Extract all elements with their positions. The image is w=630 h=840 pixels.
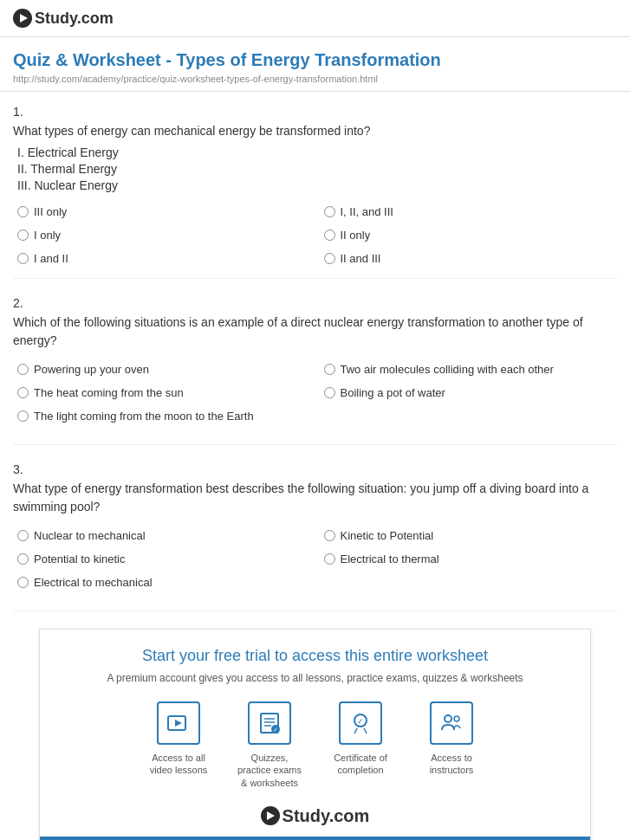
q1-option-e[interactable]: I and II xyxy=(17,252,307,265)
q3-options-grid: Nuclear to mechanical Kinetic to Potenti… xyxy=(13,529,617,565)
q3-label-c: Potential to kinetic xyxy=(34,552,126,565)
logo-text: Study.com xyxy=(35,10,114,28)
q2-options-grid: Powering up your oven Two air molecules … xyxy=(13,363,617,399)
trial-icon-certificate: ✓ xyxy=(339,701,382,745)
trial-icon-quiz: ✓ xyxy=(248,701,291,745)
q1-label-b: I, II, and III xyxy=(341,205,393,218)
q3-label-b: Kinetic to Potential xyxy=(341,529,434,542)
q3-option-c[interactable]: Potential to kinetic xyxy=(17,552,307,565)
site-logo: Study.com xyxy=(13,9,114,28)
q2-radio-b[interactable] xyxy=(324,364,335,375)
trial-box: Start your free trial to access this ent… xyxy=(39,629,591,840)
trial-feature-4: Access to instructors xyxy=(417,701,486,789)
q1-radio-d[interactable] xyxy=(324,229,335,241)
q3-radio-a[interactable] xyxy=(17,530,29,541)
q1-label-c: I only xyxy=(34,229,61,242)
trial-icon-video xyxy=(157,701,200,745)
q3-option-b[interactable]: Kinetic to Potential xyxy=(324,529,614,542)
q1-text: What types of energy can mechanical ener… xyxy=(13,122,617,140)
trial-banner: This worksheet is part of an online cour… xyxy=(40,837,590,840)
q2-option-e[interactable]: The light coming from the moon to the Ea… xyxy=(17,410,613,423)
q1-radio-a[interactable] xyxy=(17,206,29,217)
q1-sub-2: II. Thermal Energy xyxy=(13,162,617,176)
trial-logo-icon xyxy=(261,806,280,825)
svg-line-10 xyxy=(354,728,357,733)
content-area: 1. What types of energy can mechanical e… xyxy=(0,92,630,840)
q2-text: Which of the following situations is an … xyxy=(13,313,617,350)
q2-number: 2. xyxy=(13,296,617,310)
q2-radio-d[interactable] xyxy=(324,387,335,398)
q2-options-single: The light coming from the moon to the Ea… xyxy=(13,410,617,423)
trial-logo-label: Study.com xyxy=(283,806,370,826)
svg-point-12 xyxy=(445,715,451,722)
trial-feature-text-2: Quizzes, practice exams & worksheets xyxy=(235,752,304,789)
trial-feature-text-4: Access to instructors xyxy=(417,752,486,777)
q1-label-e: I and II xyxy=(34,252,68,265)
trial-feature-text-3: Certificate of completion xyxy=(326,752,395,777)
q3-text: What type of energy transformation best … xyxy=(13,480,617,516)
q3-radio-e[interactable] xyxy=(17,577,29,588)
q3-radio-c[interactable] xyxy=(17,553,29,565)
svg-text:✓: ✓ xyxy=(357,717,364,726)
q3-option-e[interactable]: Electrical to mechanical xyxy=(17,576,613,589)
q2-option-b[interactable]: Two air molecules colliding with each ot… xyxy=(324,363,614,376)
q3-radio-d[interactable] xyxy=(324,553,335,565)
trial-title: Start your free trial to access this ent… xyxy=(57,647,573,665)
q1-radio-f[interactable] xyxy=(324,253,335,264)
q1-option-a[interactable]: III only xyxy=(17,205,307,218)
q3-options-single: Electrical to mechanical xyxy=(13,576,617,589)
page-title-area: Quiz & Worksheet - Types of Energy Trans… xyxy=(0,37,630,92)
play-triangle-icon xyxy=(20,14,28,23)
trial-feature-text-1: Access to all video lessons xyxy=(144,752,213,777)
q3-number: 3. xyxy=(13,462,617,476)
trial-features: Access to all video lessons ✓ Quizzes, p… xyxy=(57,701,573,789)
q2-label-a: Powering up your oven xyxy=(34,363,149,376)
q1-radio-e[interactable] xyxy=(17,253,29,264)
trial-feature-1: Access to all video lessons xyxy=(144,701,213,789)
q3-label-e: Electrical to mechanical xyxy=(34,576,153,589)
q2-label-e: The light coming from the moon to the Ea… xyxy=(34,410,254,423)
svg-point-13 xyxy=(454,716,459,721)
q1-option-b[interactable]: I, II, and III xyxy=(324,205,614,218)
q1-label-a: III only xyxy=(34,205,67,218)
page-header: Study.com xyxy=(0,0,630,37)
trial-subtitle: A premium account gives you access to al… xyxy=(57,672,573,684)
trial-feature-2: ✓ Quizzes, practice exams & worksheets xyxy=(235,701,304,789)
page-url: http://study.com/academy/practice/quiz-w… xyxy=(13,74,617,84)
trial-logo: Study.com xyxy=(57,806,573,826)
logo-icon xyxy=(13,9,32,28)
question-3: 3. What type of energy transformation be… xyxy=(13,462,617,611)
q3-label-a: Nuclear to mechanical xyxy=(34,529,146,542)
q1-sub-1: I. Electrical Energy xyxy=(13,145,617,159)
trial-play-triangle xyxy=(267,811,275,820)
q2-label-d: Boiling a pot of water xyxy=(341,386,445,399)
q2-label-c: The heat coming from the sun xyxy=(34,386,184,399)
q1-option-f[interactable]: II and III xyxy=(324,252,614,265)
svg-text:✓: ✓ xyxy=(273,727,278,733)
q1-option-c[interactable]: I only xyxy=(17,229,307,242)
q1-options: III only I, II, and III I only II only I… xyxy=(13,205,617,265)
q2-option-d[interactable]: Boiling a pot of water xyxy=(324,386,614,399)
q3-label-d: Electrical to thermal xyxy=(341,552,439,565)
q1-label-d: II only xyxy=(341,229,371,242)
trial-feature-3: ✓ Certificate of completion xyxy=(326,701,395,789)
question-1: 1. What types of energy can mechanical e… xyxy=(13,105,617,279)
q2-option-c[interactable]: The heat coming from the sun xyxy=(17,386,307,399)
question-2: 2. Which of the following situations is … xyxy=(13,296,617,445)
q2-radio-a[interactable] xyxy=(17,364,29,375)
q1-number: 1. xyxy=(13,105,617,119)
q2-option-a[interactable]: Powering up your oven xyxy=(17,363,307,376)
q1-label-f: II and III xyxy=(341,252,381,265)
q3-option-a[interactable]: Nuclear to mechanical xyxy=(17,529,307,542)
q1-option-d[interactable]: II only xyxy=(324,229,614,242)
q1-radio-c[interactable] xyxy=(17,229,29,241)
q2-radio-e[interactable] xyxy=(17,410,29,422)
q2-radio-c[interactable] xyxy=(17,387,29,398)
q3-option-d[interactable]: Electrical to thermal xyxy=(324,552,614,565)
q1-radio-b[interactable] xyxy=(324,206,335,217)
svg-line-11 xyxy=(364,728,367,733)
page-title: Quiz & Worksheet - Types of Energy Trans… xyxy=(13,50,617,70)
trial-icon-instructor xyxy=(430,701,473,745)
q3-radio-b[interactable] xyxy=(324,530,335,541)
q2-label-b: Two air molecules colliding with each ot… xyxy=(341,363,554,376)
